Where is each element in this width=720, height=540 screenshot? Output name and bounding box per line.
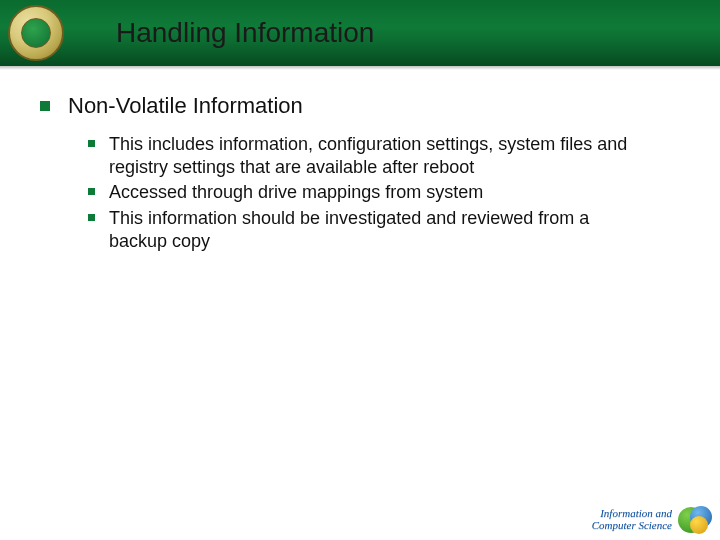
main-bullet-text: Non-Volatile Information bbox=[68, 92, 303, 121]
header-shadow bbox=[0, 66, 720, 70]
footer-line2: Computer Science bbox=[592, 520, 672, 532]
university-seal-icon bbox=[8, 5, 64, 61]
square-bullet-icon bbox=[88, 188, 95, 195]
sub-bullet-list: This includes information, configuration… bbox=[40, 133, 680, 254]
bullet-level1: This includes information, configuration… bbox=[88, 133, 680, 180]
bullet-level0: Non-Volatile Information bbox=[40, 92, 680, 121]
seal-inner-icon bbox=[21, 18, 51, 48]
sub-bullet-text: This information should be investigated … bbox=[109, 207, 649, 254]
bullet-level1: Accessed through drive mappings from sys… bbox=[88, 181, 680, 204]
slide-header: Handling Information bbox=[0, 0, 720, 66]
ics-logo-icon bbox=[678, 506, 712, 534]
bullet-level1: This information should be investigated … bbox=[88, 207, 680, 254]
sub-bullet-text: This includes information, configuration… bbox=[109, 133, 649, 180]
square-bullet-icon bbox=[88, 214, 95, 221]
footer-text: Information and Computer Science bbox=[592, 508, 672, 531]
square-bullet-icon bbox=[40, 101, 50, 111]
slide-body: Non-Volatile Information This includes i… bbox=[0, 66, 720, 276]
footer-logo: Information and Computer Science bbox=[592, 506, 712, 534]
slide-title: Handling Information bbox=[116, 17, 374, 49]
square-bullet-icon bbox=[88, 140, 95, 147]
sub-bullet-text: Accessed through drive mappings from sys… bbox=[109, 181, 483, 204]
